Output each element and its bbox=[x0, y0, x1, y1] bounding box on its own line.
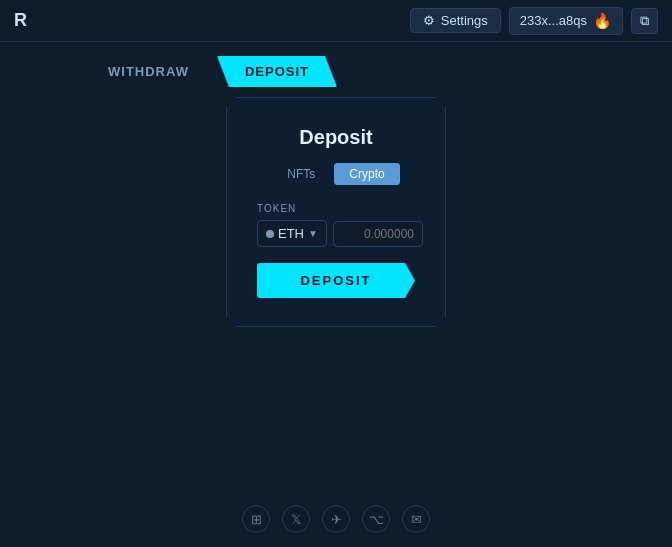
flame-icon: 🔥 bbox=[593, 12, 612, 30]
header-actions: ⚙ Settings 233x...a8qs 🔥 ⧉ bbox=[410, 7, 658, 35]
token-select-dropdown[interactable]: ETH ▼ bbox=[257, 220, 327, 247]
twitter-icon[interactable]: 𝕏 bbox=[282, 505, 310, 533]
settings-label: Settings bbox=[441, 13, 488, 28]
tab-withdraw[interactable]: WITHDRAW bbox=[80, 56, 217, 87]
github-icon[interactable]: ⌥ bbox=[362, 505, 390, 533]
main-tabs: WITHDRAW DEPOSIT bbox=[0, 42, 672, 87]
email-icon[interactable]: ✉ bbox=[402, 505, 430, 533]
telegram-icon[interactable]: ✈ bbox=[322, 505, 350, 533]
token-type-tabs: NFTs Crypto bbox=[257, 163, 415, 185]
card-title: Deposit bbox=[257, 126, 415, 149]
eth-indicator bbox=[266, 230, 274, 238]
tab-deposit[interactable]: DEPOSIT bbox=[217, 56, 337, 87]
header: R ⚙ Settings 233x...a8qs 🔥 ⧉ bbox=[0, 0, 672, 42]
wallet-address-text: 233x...a8qs bbox=[520, 13, 587, 28]
chevron-down-icon: ▼ bbox=[308, 228, 318, 239]
token-row: ETH ▼ bbox=[257, 220, 415, 247]
copy-button[interactable]: ⧉ bbox=[631, 8, 658, 34]
gear-icon: ⚙ bbox=[423, 13, 435, 28]
settings-button[interactable]: ⚙ Settings bbox=[410, 8, 501, 33]
token-label: TOKEN bbox=[257, 203, 415, 214]
copy-icon: ⧉ bbox=[640, 13, 649, 29]
main-content: Deposit NFTs Crypto TOKEN ETH ▼ DEPOSIT bbox=[0, 87, 672, 337]
token-tab-nfts[interactable]: NFTs bbox=[272, 163, 330, 185]
wallet-address-button[interactable]: 233x...a8qs 🔥 bbox=[509, 7, 623, 35]
grid-icon[interactable]: ⊞ bbox=[242, 505, 270, 533]
deposit-action-button[interactable]: DEPOSIT bbox=[257, 263, 415, 298]
token-tab-crypto[interactable]: Crypto bbox=[334, 163, 399, 185]
footer-icons: ⊞ 𝕏 ✈ ⌥ ✉ bbox=[0, 505, 672, 533]
amount-input[interactable] bbox=[333, 221, 423, 247]
deposit-card: Deposit NFTs Crypto TOKEN ETH ▼ DEPOSIT bbox=[226, 97, 446, 327]
token-name: ETH bbox=[278, 226, 304, 241]
app-logo: R bbox=[14, 10, 28, 31]
